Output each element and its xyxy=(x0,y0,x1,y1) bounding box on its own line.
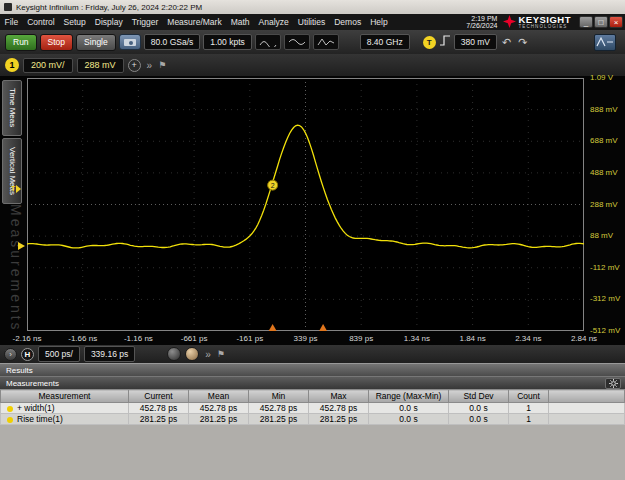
menu-items: FileControlSetupDisplayTriggerMeasure/Ma… xyxy=(0,14,392,30)
results-panel-header[interactable]: Results xyxy=(0,363,625,376)
menu-trigger[interactable]: Trigger xyxy=(127,14,163,30)
expand-icon[interactable]: » xyxy=(145,60,155,71)
menubar: FileControlSetupDisplayTriggerMeasure/Ma… xyxy=(0,14,625,30)
tab-vertical-meas[interactable]: Vertical Meas xyxy=(2,138,22,204)
bookmark-icon[interactable]: ⚑ xyxy=(158,60,166,70)
col-header[interactable]: Max xyxy=(309,390,369,403)
redo-icon[interactable]: ↷ xyxy=(516,36,529,49)
clock-date: 7/26/2024 xyxy=(466,22,497,30)
trigger-level-display[interactable]: 380 mV xyxy=(454,34,497,50)
svg-text:2: 2 xyxy=(271,182,275,189)
row-filler xyxy=(549,403,625,414)
measurement-value: 0.0 s xyxy=(449,414,509,425)
trigger-level-marker[interactable]: T xyxy=(11,185,21,193)
menu-measuremark[interactable]: Measure/Mark xyxy=(163,14,226,30)
menu-math[interactable]: Math xyxy=(226,14,254,30)
results-title: Results xyxy=(6,366,33,375)
menu-utilities[interactable]: Utilities xyxy=(293,14,329,30)
x-axis-labels: -2.16 ns-1.66 ns-1.16 ns-661 ps-161 ps33… xyxy=(0,334,625,345)
y-tick-label: -312 mV xyxy=(590,295,620,303)
col-header[interactable]: Mean xyxy=(189,390,249,403)
menu-demos[interactable]: Demos xyxy=(330,14,366,30)
bandwidth-display[interactable]: 8.40 GHz xyxy=(360,34,410,50)
x-tick-label: 2.34 ns xyxy=(515,334,541,343)
vertical-scale-display[interactable]: 200 mV/ xyxy=(23,58,73,73)
oscilloscope-app: Keysight Infiniium : Friday, July 26, 20… xyxy=(0,0,625,480)
col-header-filler xyxy=(549,390,625,403)
horizontal-knob-icon[interactable] xyxy=(167,347,181,361)
measurement-value: 452.78 ps xyxy=(309,403,369,414)
measurements-panel-header[interactable]: Measurements xyxy=(0,376,625,389)
os-titlebar: Keysight Infiniium : Friday, July 26, 20… xyxy=(0,0,625,14)
logo-text: KEYSIGHT TECHNOLOGIES xyxy=(518,15,571,29)
width-marker-icon[interactable] xyxy=(269,324,277,331)
run-button[interactable]: Run xyxy=(5,34,37,51)
single-button[interactable]: Single xyxy=(76,34,116,51)
results-table-area: MeasurementCurrentMeanMinMaxRange (Max-M… xyxy=(0,389,625,480)
camera-icon[interactable] xyxy=(119,34,141,50)
sample-rate-display[interactable]: 80.0 GSa/s xyxy=(144,34,201,50)
keysight-logo: KEYSIGHT TECHNOLOGIES xyxy=(503,15,579,30)
x-tick-label: -1.66 ns xyxy=(68,334,97,343)
waveform-preview-icon[interactable] xyxy=(284,34,310,50)
table-row[interactable]: Rise time(1)281.25 ps281.25 ps281.25 ps2… xyxy=(1,414,625,425)
measurement-value: 281.25 ps xyxy=(189,414,249,425)
timebase-scale-display[interactable]: 500 ps/ xyxy=(38,346,80,362)
tab-time-meas[interactable]: Time Meas xyxy=(2,80,22,136)
col-header[interactable]: Std Dev xyxy=(449,390,509,403)
measurement-value: 0.0 s xyxy=(369,403,449,414)
gear-icon[interactable] xyxy=(605,378,621,389)
stop-button[interactable]: Stop xyxy=(40,34,74,51)
undo-icon[interactable]: ↶ xyxy=(500,36,513,49)
measurement-value: 452.78 ps xyxy=(249,403,309,414)
col-header[interactable]: Count xyxy=(509,390,549,403)
menu-setup[interactable]: Setup xyxy=(59,14,90,30)
menu-display[interactable]: Display xyxy=(90,14,127,30)
trigger-source-badge[interactable]: T xyxy=(423,36,436,49)
y-axis-labels: 1.09 V888 mV688 mV488 mV288 mV88 mV-112 … xyxy=(587,76,625,338)
col-header[interactable]: Current xyxy=(129,390,189,403)
col-header[interactable]: Min xyxy=(249,390,309,403)
bookmark-icon[interactable]: ⚑ xyxy=(217,349,225,359)
measurement-name: Rise time(1) xyxy=(1,414,129,425)
y-tick-label: 1.09 V xyxy=(590,74,613,82)
table-row[interactable]: + width(1)452.78 ps452.78 ps452.78 ps452… xyxy=(1,403,625,414)
y-tick-label: -112 mV xyxy=(590,264,620,272)
autoscale-icon[interactable] xyxy=(594,34,616,51)
horizontal-badge[interactable]: H xyxy=(21,348,34,361)
measurement-color-dot xyxy=(7,417,13,423)
trigger-edge-icon[interactable] xyxy=(439,33,451,51)
y-tick-label: 488 mV xyxy=(590,169,618,177)
vertical-offset-display[interactable]: 288 mV xyxy=(77,58,124,73)
close-button[interactable]: × xyxy=(609,16,623,28)
row-filler xyxy=(549,414,625,425)
waveform-svg: 2 xyxy=(27,78,584,331)
menu-help[interactable]: Help xyxy=(366,14,392,30)
minimize-button[interactable]: _ xyxy=(579,16,593,28)
measurement-color-dot xyxy=(7,406,13,412)
measurement-value: 281.25 ps xyxy=(249,414,309,425)
width-marker-icon[interactable] xyxy=(319,324,327,331)
col-header[interactable]: Measurement xyxy=(1,390,129,403)
col-header[interactable]: Range (Max-Min) xyxy=(369,390,449,403)
waveform-preview-icon[interactable] xyxy=(313,34,339,50)
waveform-preview-icon[interactable] xyxy=(255,34,281,50)
menu-control[interactable]: Control xyxy=(23,14,59,30)
menu-analyze[interactable]: Analyze xyxy=(254,14,293,30)
channel1-ground-marker[interactable] xyxy=(18,242,25,250)
measurement-value: 0.0 s xyxy=(449,403,509,414)
y-tick-label: 688 mV xyxy=(590,137,618,145)
table-body: + width(1)452.78 ps452.78 ps452.78 ps452… xyxy=(1,403,625,425)
panel-expand-icon[interactable]: › xyxy=(4,348,17,361)
maximize-button[interactable]: □ xyxy=(594,16,608,28)
menu-file[interactable]: File xyxy=(0,14,23,30)
channel1-badge[interactable]: 1 xyxy=(5,58,19,72)
measurement-value: 0.0 s xyxy=(369,414,449,425)
memory-depth-display[interactable]: 1.00 kpts xyxy=(203,34,252,50)
position-knob-icon[interactable] xyxy=(185,347,199,361)
expand-icon[interactable]: » xyxy=(203,349,213,360)
x-tick-label: 1.34 ns xyxy=(404,334,430,343)
waveform-plot[interactable]: 2 xyxy=(27,78,584,331)
add-channel-icon[interactable]: + xyxy=(128,59,141,72)
timebase-position-display[interactable]: 339.16 ps xyxy=(84,346,135,362)
